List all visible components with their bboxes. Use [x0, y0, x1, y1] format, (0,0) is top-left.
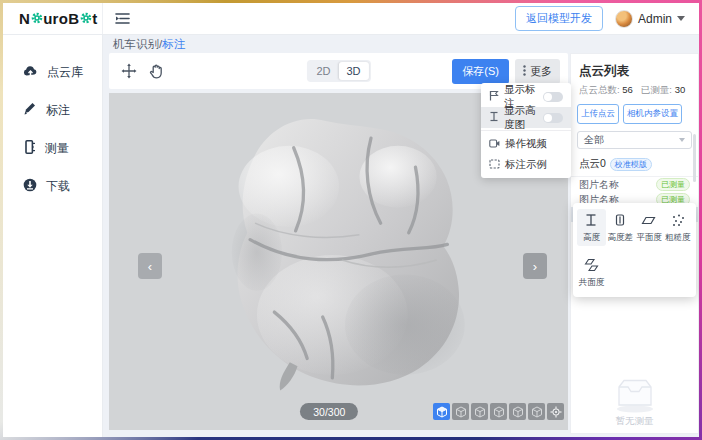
point-cloud-3d-model[interactable] [197, 107, 487, 411]
gradient-frame: N uroB t 返回模型开发 Admin [0, 0, 702, 440]
menu-item-label: 标注示例 [505, 158, 547, 172]
breadcrumb: 机车识别/标注 [103, 35, 699, 53]
show-heightmap-toggle[interactable] [543, 113, 563, 123]
view-mode-switch: 2D 3D [306, 60, 370, 82]
chevron-down-icon [677, 16, 685, 21]
tool-coplanarity[interactable]: 共面度 [577, 254, 606, 291]
canvas-toolbar: 2D 3D 保存(S) 更多 [109, 53, 568, 89]
app-window: N uroB t 返回模型开发 Admin [3, 3, 699, 437]
sidebar-item-label: 点云库 [47, 64, 83, 81]
tab-2d[interactable]: 2D [308, 62, 338, 80]
hand-icon[interactable] [149, 64, 163, 79]
tab-3d[interactable]: 3D [339, 62, 369, 80]
sidebar-item-download[interactable]: 下载 [3, 167, 102, 205]
user-menu[interactable]: Admin [615, 10, 685, 28]
collapse-sidebar-icon[interactable] [115, 12, 130, 25]
stat-measured: 已测量: 30 [641, 84, 685, 97]
template-badge: 校准模版 [610, 158, 652, 171]
back-to-model-dev-button[interactable]: 返回模型开发 [515, 6, 603, 31]
camera-intrinsics-button[interactable]: 相机内参设置 [623, 104, 682, 124]
view-orientation-buttons [433, 403, 564, 420]
coplanarity-tool-icon [584, 258, 599, 274]
save-button[interactable]: 保存(S) [452, 59, 509, 84]
iso-view-button[interactable] [433, 403, 450, 420]
height-icon [489, 111, 499, 124]
height-diff-tool-icon [613, 213, 627, 229]
frame-icon [489, 159, 500, 171]
prev-image-button[interactable]: ‹ [138, 253, 162, 279]
video-icon [489, 138, 500, 150]
logo-area: N uroB t [3, 3, 103, 34]
more-dots-icon [523, 65, 526, 78]
tool-roughness[interactable]: 粗糙度 [663, 209, 692, 246]
pointcloud-name: 点云0 [579, 157, 606, 171]
download-icon [23, 178, 37, 195]
menu-item-tutorial-video[interactable]: 操作视频 [481, 133, 571, 154]
left-sidebar: 点云库 标注 测量 下载 [3, 35, 103, 437]
right-view-button[interactable] [509, 403, 526, 420]
sidebar-item-pointcloud-library[interactable]: 点云库 [3, 53, 102, 91]
back-view-button[interactable] [471, 403, 488, 420]
header-right: 返回模型开发 Admin [515, 6, 699, 31]
logo-text-part2: uroB [43, 10, 79, 27]
stat-total: 点云总数: 56 [579, 84, 633, 97]
sidebar-item-measure[interactable]: 测量 [3, 129, 102, 167]
left-view-button[interactable] [490, 403, 507, 420]
pointcloud-list-panel: 点云列表 点云总数: 56 已测量: 30 上传点云 相机内参设置 全部 点 [570, 53, 699, 434]
flag-icon [489, 90, 499, 103]
breadcrumb-current: 标注 [162, 37, 185, 52]
more-dropdown-menu: 显示标注 显示高度图 [481, 83, 571, 178]
menu-item-annotation-example[interactable]: 标注示例 [481, 154, 571, 175]
next-image-button[interactable]: › [523, 253, 547, 279]
chevron-down-icon [679, 138, 685, 142]
tool-height[interactable]: 高度 [577, 209, 606, 246]
roughness-tool-icon [671, 213, 685, 229]
menu-item-label: 显示高度图 [504, 104, 538, 132]
logo-text-part3: t [92, 10, 97, 27]
top-header: N uroB t 返回模型开发 Admin [3, 3, 699, 35]
sidebar-item-label: 标注 [46, 102, 70, 119]
tool-flatness[interactable]: 平面度 [635, 209, 664, 246]
image-counter: 30/300 [300, 403, 358, 420]
panel-title: 点云列表 [571, 54, 698, 84]
logo-text-part1: N [19, 10, 30, 27]
pointcloud-group-row[interactable]: 点云0 校准模版 [571, 156, 698, 177]
user-avatar [615, 10, 633, 28]
move-icon[interactable] [121, 63, 137, 79]
panel-scrollbar[interactable] [693, 134, 696, 182]
filter-select-value: 全部 [584, 133, 604, 147]
more-button-label: 更多 [530, 64, 552, 79]
panel-stats: 点云总数: 56 已测量: 30 [571, 84, 698, 104]
list-item[interactable]: 图片名称 已测量 [571, 177, 698, 192]
sidebar-item-annotate[interactable]: 标注 [3, 91, 102, 129]
ruler-icon [23, 140, 36, 157]
upload-pointcloud-button[interactable]: 上传点云 [577, 104, 619, 124]
sidebar-item-label: 测量 [45, 140, 69, 157]
filter-select[interactable]: 全部 [577, 131, 692, 149]
measured-badge: 已测量 [656, 178, 690, 191]
breadcrumb-parent[interactable]: 机车识别 [113, 37, 159, 52]
menu-item-show-heightmap[interactable]: 显示高度图 [481, 107, 571, 128]
front-view-button[interactable] [452, 403, 469, 420]
empty-box-icon [611, 379, 659, 413]
cloud-icon [23, 65, 38, 80]
empty-measure-state: 暂无测量 [571, 379, 698, 428]
tool-height-diff[interactable]: 高度差 [606, 209, 635, 246]
show-annotations-toggle[interactable] [543, 92, 563, 102]
app-logo: N uroB t [19, 10, 98, 27]
flatness-tool-icon [641, 213, 656, 229]
menu-item-label: 操作视频 [505, 137, 547, 151]
locate-view-button[interactable] [547, 403, 564, 420]
pen-icon [23, 102, 37, 118]
gear-icon [80, 10, 92, 27]
height-tool-icon [584, 213, 598, 229]
sidebar-item-label: 下载 [46, 178, 70, 195]
empty-text: 暂无测量 [616, 415, 654, 428]
user-name: Admin [638, 12, 672, 26]
more-button[interactable]: 更多 [515, 59, 560, 84]
gear-icon [31, 10, 43, 27]
top-view-button[interactable] [528, 403, 545, 420]
measure-tools-popup: 高度 高度差 平面度 [573, 203, 696, 297]
